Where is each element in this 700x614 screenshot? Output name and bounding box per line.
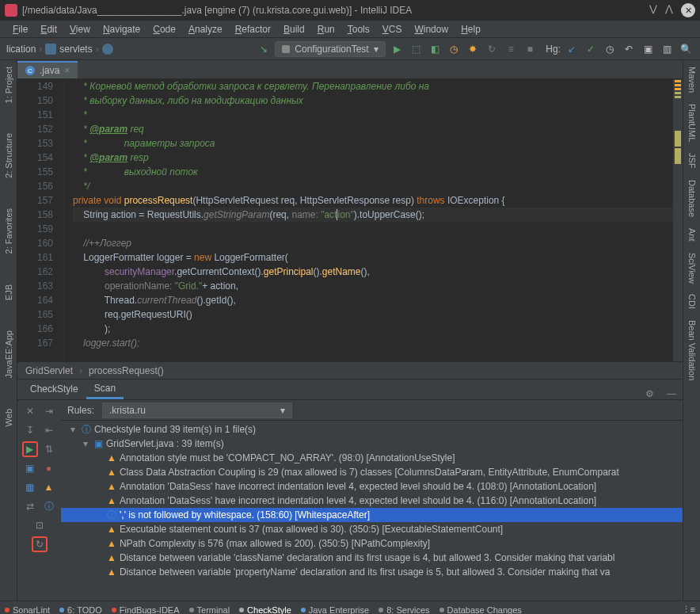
results-tree[interactable]: ▾ⓘCheckstyle found 39 item(s) in 1 file(… [61, 421, 683, 601]
bottom-tab-6--todo[interactable]: 6: TODO [59, 605, 102, 615]
tree-node[interactable]: ▲NPath Complexity is 576 (max allowed is… [61, 536, 683, 551]
attach-button[interactable]: ✸ [465, 41, 481, 57]
debug-button[interactable]: ⬚ [408, 41, 424, 57]
left-tab-web[interactable]: Web [2, 406, 15, 429]
code-editor[interactable]: 1491501511521531541551561571581591601611… [17, 79, 683, 361]
menu-edit[interactable]: Edit [34, 22, 63, 36]
structure-button[interactable]: ▥ [659, 41, 675, 57]
menu-file[interactable]: File [6, 22, 34, 36]
bottom-tab-java-enterprise[interactable]: Java Enterprise [301, 605, 369, 615]
close-icon[interactable]: ✕ [681, 3, 695, 17]
tree-node[interactable]: ▾ⓘCheckstyle found 39 item(s) in 1 file(… [61, 422, 683, 437]
breadcrumb-item[interactable]: lication [6, 44, 36, 55]
menu-build[interactable]: Build [277, 22, 311, 36]
expand-arrow-icon[interactable]: ▾ [70, 424, 78, 435]
menu-analyze[interactable]: Analyze [182, 22, 229, 36]
search-button[interactable]: 🔍 [678, 41, 694, 57]
right-tab-jsf[interactable]: JSF [686, 150, 698, 172]
profile-button[interactable]: ◷ [446, 41, 462, 57]
tree-node[interactable]: ▲Class Data Abstraction Coupling is 29 (… [61, 465, 683, 479]
bottom-tab-terminal[interactable]: Terminal [189, 605, 230, 615]
crumb-class[interactable]: GridServlet [25, 365, 73, 376]
tree-node[interactable]: ▲Executable statement count is 37 (max a… [61, 522, 683, 536]
suppress-icon[interactable]: ↧ [22, 422, 38, 438]
collapse-icon[interactable]: ⇤ [41, 422, 57, 438]
tree-node[interactable]: ▾▣GridServlet.java : 39 item(s) [61, 437, 683, 451]
vcs-commit-button[interactable]: ✓ [583, 41, 599, 57]
event-log-icon[interactable]: ⋮≡ [682, 604, 695, 614]
expand-arrow-icon[interactable]: ▾ [83, 438, 91, 449]
error-stripe[interactable] [673, 79, 683, 361]
menu-code[interactable]: Code [146, 22, 182, 36]
vcs-push-button[interactable]: ▣ [640, 41, 656, 57]
breadcrumb-item[interactable]: servlets [59, 44, 92, 55]
left-tab-ejb[interactable]: EJB [2, 281, 15, 303]
run-button[interactable]: ▶ [389, 41, 405, 57]
menu-help[interactable]: Help [455, 22, 487, 36]
tree-node[interactable]: ▲Distance between variable 'className' d… [61, 551, 683, 565]
menu-navigate[interactable]: Navigate [97, 22, 146, 36]
vcs-icon[interactable]: ⇄ [22, 498, 38, 514]
vcs-update-button[interactable]: ↙ [564, 41, 580, 57]
close-tab-icon[interactable]: × [64, 65, 70, 76]
left-tab-2--structure[interactable]: 2: Structure [2, 130, 15, 181]
build-button[interactable]: ↘ [256, 41, 272, 57]
refresh-button[interactable]: ↻ [32, 536, 48, 552]
right-tab-maven[interactable]: Maven [686, 63, 698, 96]
run-config-select[interactable]: ConfigurationTest ▾ [275, 41, 386, 57]
tree-node[interactable]: ⓘ',' is not followed by whitespace. (158… [61, 508, 683, 522]
menu-tools[interactable]: Tools [341, 22, 376, 36]
right-tab-ant[interactable]: Ant [686, 225, 698, 245]
menu-view[interactable]: View [63, 22, 97, 36]
tree-node[interactable]: ▲Annotation style must be 'COMPACT_NO_AR… [61, 451, 683, 465]
crumb-method[interactable]: processRequest() [89, 365, 164, 376]
bottom-tab-8--services[interactable]: 8: Services [379, 605, 429, 615]
project-icon[interactable]: ▦ [22, 479, 38, 495]
warning-icon[interactable]: ▲ [41, 479, 57, 495]
tree-node[interactable]: ▲Annotation 'DataSess' have incorrect in… [61, 494, 683, 508]
menu-vcs[interactable]: VCS [376, 22, 409, 36]
rerun-button[interactable]: ↻ [484, 41, 500, 57]
vcs-history-button[interactable]: ◷ [602, 41, 618, 57]
left-tab-1--project[interactable]: 1: Project [2, 63, 15, 106]
menu-refactor[interactable]: Refactor [229, 22, 277, 36]
maximize-icon[interactable]: ⋀ [665, 3, 673, 17]
filter-icon[interactable]: ⇅ [41, 441, 57, 457]
minimize-icon[interactable]: ⋁ [649, 3, 657, 17]
right-tab-plantuml[interactable]: PlantUML [686, 101, 698, 145]
tree-node[interactable]: ▲Annotation 'DataSess' have incorrect in… [61, 479, 683, 494]
info-icon[interactable]: ⓘ [41, 498, 57, 514]
coverage-button[interactable]: ◧ [427, 41, 443, 57]
menubar: FileEditViewNavigateCodeAnalyzeRefactorB… [0, 21, 700, 38]
run-scan-button[interactable]: ▶ [22, 441, 38, 457]
left-tab-2--favorites[interactable]: 2: Favorites [2, 205, 15, 257]
bottom-tab-findbugs-idea[interactable]: FindBugs-IDEA [112, 605, 180, 615]
tree-node[interactable]: ▲Distance between variable 'propertyName… [61, 565, 683, 579]
tree-label: Annotation 'DataSess' have incorrect ind… [120, 481, 596, 492]
rules-select[interactable]: .krista.ru ▾ [102, 402, 292, 418]
bottom-tab-database-changes[interactable]: Database Changes [439, 605, 522, 615]
code-content[interactable]: * Корневой метод обработки запроса к сер… [65, 79, 673, 361]
hide-panel-icon[interactable]: — [660, 388, 683, 399]
vcs-revert-button[interactable]: ↶ [621, 41, 637, 57]
menu-run[interactable]: Run [311, 22, 341, 36]
editor-tab[interactable]: C .java × [17, 61, 78, 78]
tool-tab-checkstyle[interactable]: CheckStyle [22, 380, 86, 399]
gear-icon[interactable]: ⚙ [639, 388, 660, 399]
menu-window[interactable]: Window [408, 22, 455, 36]
error-icon[interactable]: ● [41, 460, 57, 476]
stop-button[interactable]: ≡ [503, 41, 519, 57]
module-icon[interactable]: ▣ [22, 460, 38, 476]
close-icon[interactable]: ✕ [22, 403, 38, 419]
right-tab-bean-validation[interactable]: Bean Validation [686, 317, 698, 383]
tool-tab-scan[interactable]: Scan [86, 379, 124, 399]
expand-icon[interactable]: ⇥ [41, 403, 57, 419]
right-tab-cdi[interactable]: CDI [686, 291, 698, 312]
right-tab-sciview[interactable]: SciView [686, 250, 698, 287]
stop-all-button[interactable]: ■ [522, 41, 538, 57]
left-tab-javaee-app[interactable]: JavaEE:App [2, 327, 15, 382]
right-tab-database[interactable]: Database [686, 177, 698, 220]
autoscroll-icon[interactable]: ⊡ [32, 517, 48, 533]
bottom-tab-sonarlint[interactable]: SonarLint [5, 605, 50, 615]
bottom-tab-checkstyle[interactable]: CheckStyle [239, 605, 291, 615]
